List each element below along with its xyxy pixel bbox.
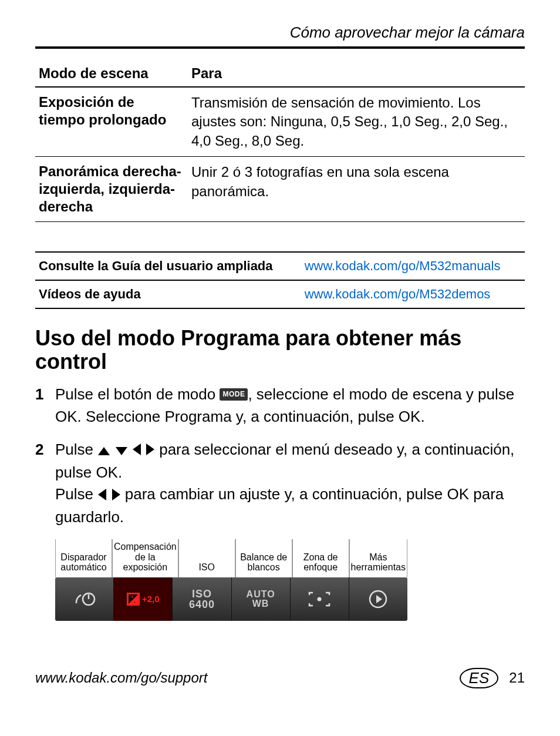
wb-value: WB: [252, 599, 269, 609]
exposure-comp-icon: +- +2,0: [114, 577, 173, 621]
list-item: 1 Pulse el botón de modo MODE, seleccion…: [35, 384, 525, 428]
toolbar-label-focus-zone: Zona de enfoque: [292, 539, 349, 577]
step-body: Pulse para seleccionar el menú deseado y…: [55, 439, 525, 529]
step-text: para cambiar un ajuste y, a continuación…: [55, 485, 504, 526]
svg-marker-3: [146, 443, 154, 455]
focus-zone-icon: [291, 577, 349, 621]
toolbar-label-exposure-comp: Compensación de la exposición: [112, 539, 178, 577]
scene-col-mode: Modo de escena: [35, 61, 188, 87]
svg-marker-1: [116, 447, 127, 455]
arrow-left-icon: [133, 439, 141, 462]
program-toolbar: Disparador automático Compensación de la…: [55, 539, 407, 621]
scene-mode-table: Modo de escena Para Exposición de tiempo…: [35, 61, 525, 222]
toolbar-label-iso: ISO: [178, 539, 235, 577]
links-table: Consulte la Guía del usuario ampliada ww…: [35, 251, 525, 309]
language-badge: ES: [460, 668, 499, 688]
mode-button-icon: MODE: [220, 388, 248, 401]
steps-list: 1 Pulse el botón de modo MODE, seleccion…: [35, 384, 525, 529]
toolbar-label-more-tools: Más herramientas: [349, 539, 407, 577]
svg-marker-0: [98, 447, 110, 455]
toolbar-label-self-timer: Disparador automático: [55, 539, 112, 577]
exposure-value: +2,0: [142, 594, 160, 604]
step-number: 2: [35, 439, 55, 529]
svg-text:-: -: [134, 599, 136, 604]
header-rule: [35, 46, 525, 49]
list-item: 2 Pulse para seleccionar el menú deseado…: [35, 439, 525, 529]
step-number: 1: [35, 384, 55, 428]
step-text: Pulse: [55, 485, 97, 503]
table-row: Consulte la Guía del usuario ampliada ww…: [35, 252, 525, 280]
page-footer: www.kodak.com/go/support ES 21: [35, 668, 525, 688]
link-url[interactable]: www.kodak.com/go/M532manuals: [301, 252, 525, 280]
toolbar-label-white-balance: Balance de blancos: [235, 539, 292, 577]
arrow-right-icon: [112, 485, 120, 507]
page-number: 21: [509, 670, 525, 686]
iso-label: ISO: [192, 588, 212, 600]
scene-col-for: Para: [188, 61, 525, 87]
footer-url: www.kodak.com/go/support: [35, 670, 207, 686]
exposure-plusminus-icon: +-: [127, 593, 140, 606]
scene-mode-name: Exposición de tiempo prolongado: [35, 87, 188, 157]
table-row: Exposición de tiempo prolongado Transmis…: [35, 87, 525, 157]
svg-marker-5: [112, 489, 120, 500]
scene-mode-name: Panorámica derecha-izquierda, izquierda-…: [35, 157, 188, 222]
iso-value: 6400: [189, 599, 215, 610]
link-label: Vídeos de ayuda: [35, 280, 301, 308]
running-head: Cómo aprovechar mejor la cámara: [35, 23, 525, 42]
svg-point-11: [318, 597, 322, 601]
white-balance-icon: AUTOWB: [232, 577, 291, 621]
table-row: Vídeos de ayuda www.kodak.com/go/M532dem…: [35, 280, 525, 308]
step-text: Pulse el botón de modo: [55, 385, 220, 403]
wb-label: AUTO: [247, 589, 275, 599]
table-row: Panorámica derecha-izquierda, izquierda-…: [35, 157, 525, 222]
iso-icon: ISO6400: [173, 577, 231, 621]
arrow-down-icon: [116, 439, 127, 462]
arrow-right-icon: [146, 439, 154, 462]
section-heading: Uso del modo Programa para obtener más c…: [35, 327, 525, 373]
self-timer-icon: [55, 577, 114, 621]
scene-mode-desc: Transmisión de sensación de movimiento. …: [188, 87, 525, 157]
step-body: Pulse el botón de modo MODE, seleccione …: [55, 384, 525, 428]
scene-mode-desc: Unir 2 ó 3 fotografías en una sola escen…: [188, 157, 525, 222]
more-tools-icon: [349, 577, 407, 621]
link-label: Consulte la Guía del usuario ampliada: [35, 252, 301, 280]
step-text: Pulse: [55, 441, 97, 458]
svg-marker-4: [98, 489, 106, 500]
arrow-left-icon: [98, 485, 106, 507]
svg-marker-13: [376, 595, 382, 603]
link-url[interactable]: www.kodak.com/go/M532demos: [301, 280, 525, 308]
svg-marker-2: [133, 443, 141, 455]
arrow-up-icon: [98, 439, 110, 462]
